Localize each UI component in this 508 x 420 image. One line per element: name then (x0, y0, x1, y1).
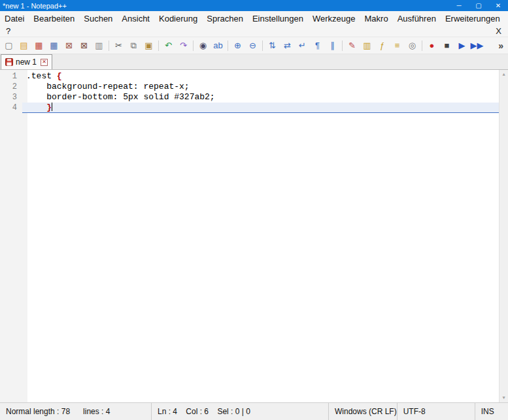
line-number: 2 (0, 82, 22, 92)
close-icon-glyph: ⊠ (65, 41, 73, 50)
open-file-icon[interactable]: ▤ (17, 39, 31, 52)
line-number: 1 (0, 71, 22, 82)
code-line-2[interactable]: 2 background-repeat: repeat-x; (0, 82, 499, 92)
zoom-out-icon[interactable]: ⊖ (246, 39, 260, 52)
menu-close-button[interactable]: X (496, 26, 508, 36)
monitoring-icon-glyph: ◎ (409, 41, 416, 50)
toolbar-separator (109, 40, 109, 51)
sync-vertical-scroll-icon[interactable]: ⇅ (265, 39, 279, 52)
status-eol-format[interactable]: Windows (CR LF) (328, 403, 397, 420)
word-wrap-icon[interactable]: ↵ (296, 39, 309, 52)
minimize-button[interactable]: ─ (449, 0, 469, 11)
tab-new-1[interactable]: new 1 ✕ (1, 54, 52, 69)
indent-guide-icon[interactable]: ∥ (326, 39, 339, 52)
document-list-icon[interactable]: ≡ (390, 39, 404, 52)
code-line-3[interactable]: 3 border-bottom: 5px solid #327ab2; (0, 92, 499, 103)
toolbar-separator (422, 40, 422, 51)
menu-item-makro[interactable]: Makro (360, 12, 393, 25)
menu-item-ausf-hren[interactable]: Ausführen (393, 12, 441, 25)
run-macro-multiple-icon[interactable]: ▶▶ (470, 39, 484, 52)
unsaved-floppy-icon (5, 58, 13, 66)
editor-area[interactable]: 1.test {2 background-repeat: repeat-x;3 … (0, 70, 508, 402)
record-macro-icon[interactable]: ● (425, 39, 439, 52)
tab-label: new 1 (16, 57, 37, 67)
code-line-4[interactable]: 4 } (0, 103, 499, 113)
replace-icon[interactable]: ab (211, 39, 225, 52)
undo-icon-glyph: ↶ (165, 41, 172, 50)
menu-item-bearbeiten[interactable]: Bearbeiten (29, 12, 79, 25)
document-map-icon[interactable]: ▥ (360, 39, 374, 52)
sync-horizontal-scroll-icon[interactable]: ⇄ (280, 39, 294, 52)
find-icon-glyph: ◉ (199, 41, 207, 50)
copy-icon[interactable]: ⧉ (127, 39, 141, 52)
code-line-1[interactable]: 1.test { (0, 71, 499, 82)
menu-item-erweiterungen[interactable]: Erweiterungen (441, 12, 505, 25)
menu-item-sprachen[interactable]: Sprachen (202, 12, 248, 25)
maximize-button[interactable]: ▢ (469, 0, 488, 11)
function-list-icon-glyph: ƒ (380, 41, 384, 50)
menu-row-1: DateiBearbeitenSuchenAnsichtKodierungSpr… (0, 11, 508, 25)
word-wrap-icon-glyph: ↵ (299, 41, 306, 50)
menu-item-einstellungen[interactable]: Einstellungen (248, 12, 308, 25)
vertical-scrollbar[interactable]: ▲ ▼ (499, 70, 508, 402)
user-defined-language-icon-glyph: ✎ (348, 41, 356, 50)
new-file-icon[interactable]: ▢ (2, 39, 16, 52)
show-all-characters-icon-glyph: ¶ (315, 41, 320, 50)
cut-icon[interactable]: ✂ (112, 39, 126, 52)
save-icon-glyph: ▦ (35, 41, 42, 50)
toolbar-separator (262, 40, 263, 51)
scroll-down-icon[interactable]: ▼ (502, 393, 505, 402)
run-macro-multiple-icon-glyph: ▶▶ (471, 41, 484, 50)
menu-item-ansicht[interactable]: Ansicht (117, 12, 154, 25)
close-button[interactable]: ✕ (488, 0, 508, 11)
menu-item-fenster[interactable]: Fenster (505, 12, 508, 25)
undo-icon[interactable]: ↶ (161, 39, 175, 52)
new-file-icon-glyph: ▢ (5, 41, 12, 50)
close-icon[interactable]: ⊠ (62, 39, 76, 52)
redo-icon[interactable]: ↷ (177, 39, 190, 52)
toolbar: ▢▤▦▦⊠⊠▥✂⧉▣↶↷◉ab⊕⊖⇅⇄↵¶∥✎▥ƒ≡◎●■▶▶▶ » (0, 37, 508, 54)
save-all-icon-glyph: ▦ (50, 41, 58, 50)
window-title: *new 1 - Notepad++ (3, 2, 67, 10)
paste-icon-glyph: ▣ (144, 41, 152, 50)
record-macro-icon-glyph: ● (430, 41, 435, 50)
menu-item-datei[interactable]: Datei (0, 12, 29, 25)
function-list-icon[interactable]: ƒ (375, 39, 389, 52)
close-all-icon[interactable]: ⊠ (77, 39, 91, 52)
replace-icon-glyph: ab (213, 41, 222, 50)
show-all-characters-icon[interactable]: ¶ (311, 39, 324, 52)
stop-macro-icon-glyph: ■ (445, 41, 450, 50)
menu-item-suchen[interactable]: Suchen (79, 12, 117, 25)
toolbar-separator (193, 40, 194, 51)
save-all-icon[interactable]: ▦ (47, 39, 61, 52)
print-icon[interactable]: ▥ (92, 39, 106, 52)
menu-bar: DateiBearbeitenSuchenAnsichtKodierungSpr… (0, 11, 508, 37)
stop-macro-icon[interactable]: ■ (440, 39, 454, 52)
status-bar: Normal length : 78 lines : 4 Ln : 4 Col … (0, 402, 508, 420)
toolbar-overflow-chevron-icon[interactable]: » (494, 40, 508, 51)
menu-item-kodierung[interactable]: Kodierung (154, 12, 202, 25)
sync-vertical-scroll-icon-glyph: ⇅ (269, 41, 276, 50)
sync-horizontal-scroll-icon-glyph: ⇄ (284, 41, 291, 50)
code-token: .test (26, 71, 57, 81)
play-macro-icon[interactable]: ▶ (455, 39, 469, 52)
code-token (26, 103, 46, 112)
open-file-icon-glyph: ▤ (20, 41, 27, 50)
find-icon[interactable]: ◉ (196, 39, 210, 52)
user-defined-language-icon[interactable]: ✎ (345, 39, 359, 52)
save-icon[interactable]: ▦ (32, 39, 46, 52)
menu-item-werkzeuge[interactable]: Werkzeuge (308, 12, 360, 25)
paste-icon[interactable]: ▣ (142, 39, 156, 52)
scroll-up-icon[interactable]: ▲ (502, 70, 505, 79)
toolbar-icons: ▢▤▦▦⊠⊠▥✂⧉▣↶↷◉ab⊕⊖⇅⇄↵¶∥✎▥ƒ≡◎●■▶▶▶ (1, 39, 484, 52)
tab-bar: new 1 ✕ (0, 54, 508, 70)
status-encoding[interactable]: UTF-8 (397, 403, 475, 420)
code-token: background-repeat: repeat-x; (26, 82, 190, 91)
zoom-in-icon[interactable]: ⊕ (231, 39, 245, 52)
status-insert-mode[interactable]: INS (475, 403, 508, 420)
monitoring-icon[interactable]: ◎ (405, 39, 419, 52)
menu-item-help[interactable]: ? (0, 25, 16, 37)
print-icon-glyph: ▥ (95, 41, 103, 50)
redo-icon-glyph: ↷ (180, 41, 187, 50)
tab-close-icon[interactable]: ✕ (41, 59, 48, 66)
